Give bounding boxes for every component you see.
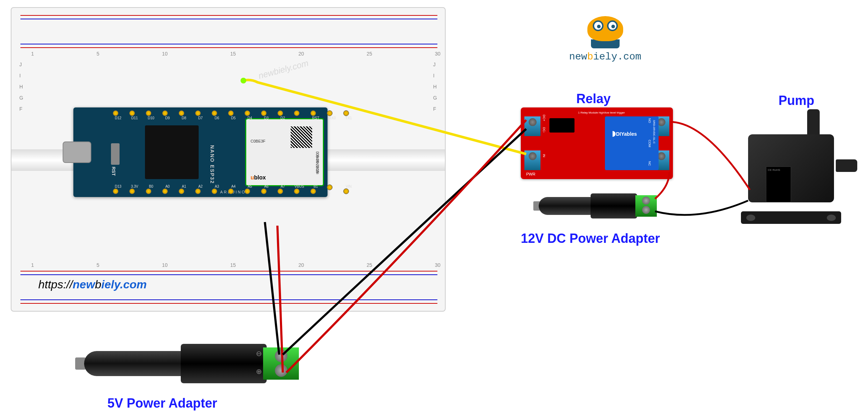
relay-dc-plus-label: DC+ (542, 115, 546, 121)
relay-no-label: NO (648, 118, 651, 123)
relay-in-pin-label: IN (542, 154, 546, 157)
jack-barrel (84, 351, 184, 376)
pump-outlet-side (836, 159, 857, 172)
column-numbers-top: 1 5 10 15 20 25 30 (31, 51, 440, 57)
arduino-nano-esp32: RST NANO ESP32 ARDUINO C0BE3F uu-bloxblo… (73, 107, 328, 197)
newbiely-logo: newbiely.com (569, 16, 641, 62)
nano-logo-text: NANO ESP32 (209, 145, 215, 184)
pin-header-bottom: D13 3.3V B0 A0 A1 A2 A3 A4 A5 A6 A7 VBUS… (113, 184, 354, 194)
column-numbers-bottom: 1 5 10 15 20 25 30 (31, 262, 440, 268)
power-rail-bot-neg2 (20, 299, 437, 300)
pump-spec-sticker: CE RoHS (766, 167, 791, 202)
module-model: NORA-W106 (316, 155, 319, 174)
jack-body (591, 193, 637, 218)
source-url: https://newbiely.com (38, 278, 147, 291)
dc-jack-5v: ⊖ ⊕ (84, 337, 317, 390)
relay-label: Relay (576, 91, 611, 106)
jack-terminal-block (263, 347, 299, 380)
adapter-5v-label: 5V Power Adapter (107, 396, 217, 411)
relay-nc-label: NC (648, 161, 651, 166)
rst-label: RST (111, 167, 116, 176)
jack-barrel (539, 197, 592, 215)
pump-outlet-top (807, 109, 820, 136)
power-rail-bot-pos (20, 271, 437, 272)
power-rail-top-neg2 (20, 44, 437, 44)
relay-model: SRD-05VDC-SL-C (653, 120, 656, 144)
row-labels-right: J I H G F (433, 62, 437, 112)
relay-terminal-in (524, 150, 540, 170)
power-rail-top-pos (20, 15, 437, 16)
row-labels-left: J I H G F (19, 62, 23, 112)
water-pump: CE RoHS (737, 113, 852, 224)
power-rail-top-pos2 (20, 47, 437, 48)
usb-c-port (63, 141, 91, 163)
pump-label: Pump (779, 93, 814, 108)
wiring-diagram: 1 5 10 15 20 25 30 J I H G F J I H G F 1… (0, 0, 868, 418)
relay-com-label: COM (648, 140, 651, 147)
polarity-plus-icon: ⊕ (256, 367, 262, 376)
logo-text: newbiely.com (569, 51, 641, 62)
pump-base (741, 211, 841, 224)
relay-ic-chip (549, 118, 574, 133)
wire-12v-pump-gnd (655, 201, 748, 215)
pin-header-top: D12 D11 D10 D9 D8 D7 D6 D5 D4 D3 D2 RST … (113, 110, 354, 120)
dc-jack-12v (539, 190, 660, 222)
diyables-logo: ◗DIYables (612, 129, 637, 138)
relay-dc-minus-label: DC- (542, 127, 546, 133)
power-rail-bot-neg (20, 274, 437, 275)
relay-pwr-led-label: PWR (526, 172, 535, 176)
power-rail-bot-pos2 (20, 303, 437, 304)
relay-module: ◗DIYables SRD-05VDC-SL-C DC+ DC- IN NO C… (521, 107, 673, 179)
module-code: C0BE3F (251, 139, 266, 143)
jack-terminal-block (635, 195, 657, 217)
adapter-12v-label: 12V DC Power Adapter (521, 231, 660, 246)
rf-module: C0BE3F uu-bloxblox 00B-00.22/15 NORA-W10… (245, 118, 324, 186)
pump-body: CE RoHS (748, 134, 834, 202)
jack-body (181, 344, 267, 383)
qr-code-icon (291, 126, 312, 148)
esp32-chip (145, 125, 199, 179)
relay-terminal-dc (524, 116, 540, 136)
power-rail-top-neg (20, 19, 437, 19)
ublox-logo: uu-bloxblox (251, 174, 266, 181)
reset-button (111, 143, 120, 165)
polarity-minus-icon: ⊖ (256, 349, 262, 358)
owl-icon (587, 16, 623, 41)
relay-module-text: 1 Relay Module high/low level trigger (578, 111, 625, 114)
